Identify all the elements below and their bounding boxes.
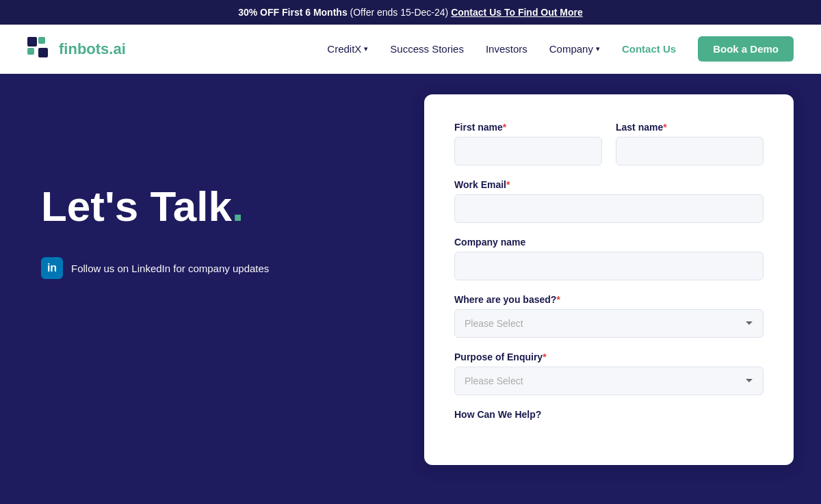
header: finbots.ai CreditX ▾ Success Stories Inv…: [0, 25, 821, 74]
enquiry-select[interactable]: Please Select: [454, 367, 764, 395]
nav-creditx[interactable]: CreditX ▾: [327, 43, 368, 55]
required-marker: *: [503, 122, 506, 133]
email-group: Work Email*: [454, 179, 764, 223]
main-content: Let's Talk. in Follow us on LinkedIn for…: [0, 74, 821, 504]
location-label: Where are you based?*: [454, 294, 764, 305]
first-name-label: First name*: [454, 122, 602, 133]
last-name-input[interactable]: [616, 137, 764, 165]
logo-icon: [27, 37, 52, 62]
nav-success-stories[interactable]: Success Stories: [390, 43, 464, 55]
svg-rect-3: [38, 48, 48, 57]
nav-investors[interactable]: Investors: [486, 43, 527, 55]
book-demo-button[interactable]: Book a Demo: [698, 36, 794, 62]
logo-text: finbots.ai: [59, 40, 126, 58]
main-nav: CreditX ▾ Success Stories Investors Comp…: [327, 36, 794, 62]
email-label: Work Email*: [454, 179, 764, 190]
contact-form: First name* Last name* Work Email* Compa…: [424, 94, 794, 465]
logo[interactable]: finbots.ai: [27, 37, 126, 62]
last-name-label: Last name*: [616, 122, 764, 133]
svg-rect-2: [27, 48, 34, 55]
name-row: First name* Last name*: [454, 122, 764, 165]
required-marker: *: [663, 122, 666, 133]
enquiry-label: Purpose of Enquiry*: [454, 352, 764, 362]
linkedin-section[interactable]: in Follow us on LinkedIn for company upd…: [41, 257, 383, 279]
banner-bold-text: 30% OFF First 6 Months: [238, 7, 347, 18]
hero-section: Let's Talk. in Follow us on LinkedIn for…: [0, 74, 424, 320]
banner-regular-text: (Offer ends 15-Dec-24): [350, 7, 452, 18]
hero-title: Let's Talk.: [41, 183, 383, 230]
enquiry-group: Purpose of Enquiry* Please Select: [454, 352, 764, 395]
help-group: How Can We Help?: [454, 409, 764, 424]
nav-contact-us[interactable]: Contact Us: [622, 43, 676, 55]
required-marker: *: [556, 294, 560, 305]
company-label: Company name: [454, 237, 764, 248]
help-label: How Can We Help?: [454, 409, 764, 420]
chevron-down-icon-company: ▾: [596, 44, 600, 53]
banner-link[interactable]: Contact Us To Find Out More: [451, 7, 583, 18]
svg-rect-1: [38, 37, 45, 44]
company-input[interactable]: [454, 252, 764, 280]
linkedin-text: Follow us on LinkedIn for company update…: [71, 263, 269, 274]
required-marker: *: [506, 179, 510, 190]
linkedin-icon: in: [41, 257, 63, 279]
location-select[interactable]: Please Select: [454, 309, 764, 338]
location-group: Where are you based?* Please Select: [454, 294, 764, 338]
nav-company[interactable]: Company ▾: [549, 43, 600, 55]
last-name-group: Last name*: [616, 122, 764, 165]
svg-rect-0: [27, 37, 37, 47]
email-input[interactable]: [454, 194, 764, 223]
first-name-group: First name*: [454, 122, 602, 165]
first-name-input[interactable]: [454, 137, 602, 165]
top-banner: 30% OFF First 6 Months (Offer ends 15-De…: [0, 0, 821, 25]
company-group: Company name: [454, 237, 764, 280]
chevron-down-icon: ▾: [364, 44, 368, 53]
hero-dot: .: [232, 183, 244, 230]
required-marker: *: [543, 352, 546, 362]
